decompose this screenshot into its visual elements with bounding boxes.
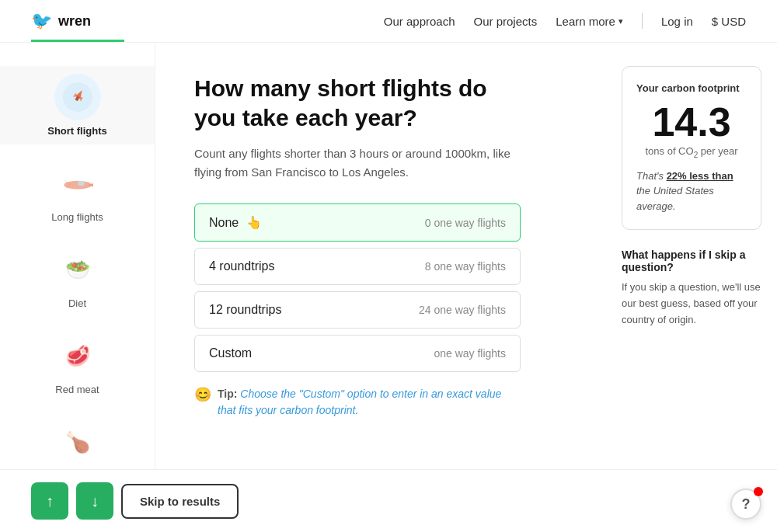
sidebar-item-label-long-flights: Long flights bbox=[51, 211, 103, 223]
skip-info-text: If you skip a question, we'll use our be… bbox=[622, 280, 761, 328]
header: 🐦 wren Our approach Our projects Learn m… bbox=[0, 0, 777, 43]
sidebar-item-label-diet: Diet bbox=[68, 297, 86, 309]
content-area: How many short flights do you take each … bbox=[155, 43, 606, 532]
tip-section: 😊 Tip: Choose the "Custom" option to ent… bbox=[194, 386, 521, 419]
option-4-label: 4 roundtrips bbox=[209, 259, 275, 273]
nav-divider bbox=[642, 13, 643, 29]
nav-currency[interactable]: $ USD bbox=[712, 15, 746, 28]
sidebar-item-short-flights[interactable]: Short flights bbox=[0, 66, 155, 144]
carbon-comparison: That's 22% less than the United States a… bbox=[636, 169, 747, 214]
logo-underline bbox=[31, 40, 124, 42]
option-none[interactable]: None 👆 0 one way flights bbox=[194, 203, 521, 242]
nav-projects[interactable]: Our projects bbox=[474, 15, 538, 28]
logo-text: wren bbox=[58, 13, 91, 30]
option-none-sub: 0 one way flights bbox=[425, 217, 506, 229]
tip-text: Tip: Choose the "Custom" option to enter… bbox=[218, 386, 521, 419]
other-protein-icon: 🍗 bbox=[54, 419, 101, 465]
option-12-roundtrips[interactable]: 12 roundtrips 24 one way flights bbox=[194, 291, 521, 329]
carbon-value: 14.3 bbox=[636, 102, 747, 142]
question-desc: Count any flights shorter than 3 hours o… bbox=[194, 144, 521, 182]
right-panel: Your carbon footprint 14.3 tons of CO2 p… bbox=[606, 43, 777, 532]
nav-approach[interactable]: Our approach bbox=[384, 15, 455, 28]
main-nav: Our approach Our projects Learn more ▾ L… bbox=[384, 13, 746, 29]
sidebar-item-label-red-meat: Red meat bbox=[55, 384, 99, 395]
svg-point-9 bbox=[78, 181, 85, 186]
red-meat-icon: 🥩 bbox=[54, 332, 101, 379]
down-arrow-icon: ↓ bbox=[91, 492, 99, 510]
help-button[interactable]: ? bbox=[730, 489, 761, 520]
skip-to-results-button[interactable]: Skip to results bbox=[121, 484, 239, 519]
tip-link[interactable]: Choose the "Custom" option to enter in a… bbox=[218, 388, 501, 416]
skip-info: What happens if I skip a question? If yo… bbox=[622, 249, 761, 328]
option-none-label: None 👆 bbox=[209, 215, 262, 230]
main-container: Short flights Long flig bbox=[0, 43, 777, 532]
skip-info-title: What happens if I skip a question? bbox=[622, 249, 761, 273]
long-flights-icon bbox=[54, 160, 101, 207]
option-custom-label: Custom bbox=[209, 346, 252, 360]
sidebar-item-label-short-flights: Short flights bbox=[47, 125, 107, 137]
nav-down-button[interactable]: ↓ bbox=[76, 482, 113, 520]
logo-icon: 🐦 bbox=[31, 11, 52, 31]
question-title: How many short flights do you take each … bbox=[194, 74, 505, 132]
tip-emoji-icon: 😊 bbox=[194, 386, 211, 403]
sidebar-item-long-flights[interactable]: Long flights bbox=[0, 152, 155, 231]
option-custom-sub: one way flights bbox=[434, 347, 506, 360]
sidebar-item-diet[interactable]: 🥗 Diet bbox=[0, 238, 155, 317]
option-4-roundtrips[interactable]: 4 roundtrips 8 one way flights bbox=[194, 248, 521, 285]
carbon-unit: tons of CO2 per year bbox=[636, 145, 747, 159]
svg-point-5 bbox=[64, 181, 91, 190]
options-list: None 👆 0 one way flights 4 roundtrips 8 … bbox=[194, 203, 521, 372]
logo[interactable]: 🐦 wren bbox=[31, 11, 91, 31]
plane-side-icon bbox=[61, 170, 95, 196]
option-custom[interactable]: Custom one way flights bbox=[194, 335, 521, 372]
nav-learn-more[interactable]: Learn more ▾ bbox=[556, 15, 623, 28]
option-12-sub: 24 one way flights bbox=[419, 304, 506, 316]
option-4-sub: 8 one way flights bbox=[425, 260, 506, 273]
chevron-down-icon: ▾ bbox=[618, 16, 623, 26]
carbon-card-title: Your carbon footprint bbox=[636, 82, 747, 94]
option-12-label: 12 roundtrips bbox=[209, 303, 281, 317]
nav-login[interactable]: Log in bbox=[661, 15, 693, 28]
diet-icon: 🥗 bbox=[54, 246, 101, 293]
carbon-card: Your carbon footprint 14.3 tons of CO2 p… bbox=[622, 66, 761, 230]
help-badge bbox=[754, 487, 763, 496]
up-arrow-icon: ↑ bbox=[46, 492, 54, 510]
help-icon: ? bbox=[742, 496, 751, 513]
sidebar: Short flights Long flig bbox=[0, 43, 155, 532]
plane-up-icon bbox=[63, 82, 92, 112]
bottom-bar: ↑ ↓ Skip to results bbox=[0, 469, 777, 532]
nav-up-button[interactable]: ↑ bbox=[31, 482, 68, 520]
short-flights-icon bbox=[54, 74, 101, 120]
sidebar-item-red-meat[interactable]: 🥩 Red meat bbox=[0, 325, 155, 403]
